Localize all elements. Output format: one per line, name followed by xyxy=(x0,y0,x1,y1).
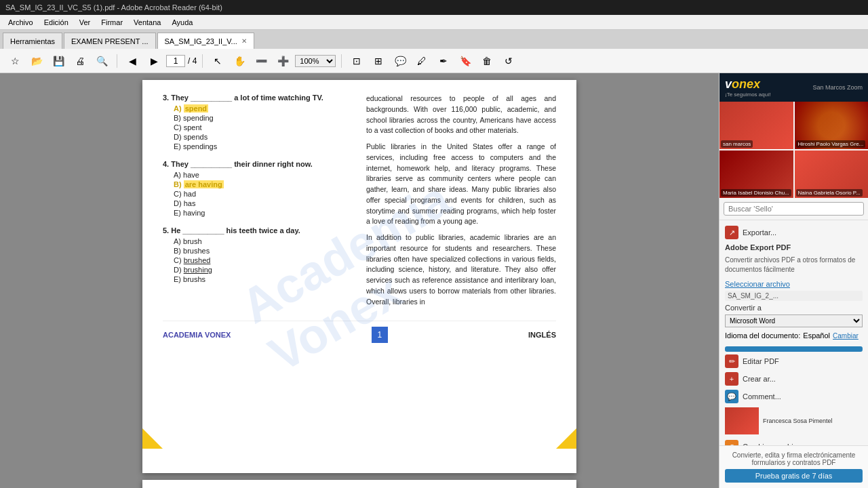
export-icon: ↗ xyxy=(725,226,738,239)
cursor-tool-btn[interactable]: ↖ xyxy=(208,52,227,70)
fit-page-btn[interactable]: ⊡ xyxy=(347,52,366,70)
q5-option-b: B) brushes xyxy=(174,247,353,255)
menu-edicion[interactable]: Edición xyxy=(39,17,74,28)
main-area: AcademiaVonex 3. They __________ a lot o… xyxy=(0,73,868,488)
pdf-content: 3. They __________ a lot of time watchin… xyxy=(163,94,556,307)
q5-option-c: C) brushed xyxy=(174,256,353,264)
q5-num: 5. He __________ his teeth twice a day. xyxy=(163,226,353,235)
pdf-area[interactable]: AcademiaVonex 3. They __________ a lot o… xyxy=(0,73,719,488)
q3-option-e: E) spendings xyxy=(174,142,353,150)
cambiar-link[interactable]: Cambiar xyxy=(833,332,859,340)
prev-page-btn[interactable]: ◀ xyxy=(123,52,142,70)
q4-option-b: B) are having xyxy=(174,180,353,188)
vonex-tagline: ¡Te seguimos aquí! xyxy=(725,92,771,98)
bottom-cta: Convierte, edita y firma electrónicament… xyxy=(719,445,868,488)
open-btn[interactable]: 📂 xyxy=(27,52,46,70)
edit-pdf-icon: ✏ xyxy=(725,354,738,368)
save-btn[interactable]: 💾 xyxy=(49,52,68,70)
adobe-panel: ↗ Exportar... Adobe Export PDF Convertir… xyxy=(719,220,868,445)
bottom-cta-text: Convierte, edita y firma electrónicament… xyxy=(725,451,863,466)
menu-firmar[interactable]: Firmar xyxy=(96,17,128,28)
create-item[interactable]: + Crear ar... xyxy=(725,372,863,386)
edit-pdf-item[interactable]: ✏ Editar PDF xyxy=(725,354,863,368)
thumb-name-5: Francesca Sosa Pimentel xyxy=(763,418,833,424)
sep3 xyxy=(341,54,342,68)
convert-to-select[interactable]: Microsoft Word Excel PowerPoint xyxy=(725,314,863,327)
page-nav: / 4 xyxy=(166,55,197,67)
q3-option-d: D) spends xyxy=(174,133,353,141)
thumb-name-1: san marcos xyxy=(721,140,753,148)
export-item[interactable]: ↗ Exportar... xyxy=(725,226,863,239)
menu-ver[interactable]: Ver xyxy=(74,17,96,28)
idioma-label: Idioma del documento: xyxy=(725,331,800,340)
pdf-page-2: Academia vonex the United States are ess… xyxy=(142,480,576,488)
menu-bar: Archivo Edición Ver Firmar Ventana Ayuda xyxy=(0,15,868,30)
create-icon: + xyxy=(725,372,738,386)
reading-column: educational resources to people of all a… xyxy=(366,94,556,307)
tab-herramientas[interactable]: Herramientas xyxy=(3,33,62,49)
comment-icon: 💬 xyxy=(725,390,738,403)
create-label: Crear ar... xyxy=(743,375,776,383)
question-4: 4. They __________ their dinner right no… xyxy=(163,160,353,217)
video-thumb-1[interactable]: san marcos xyxy=(719,102,793,149)
q4-option-a: A) have xyxy=(174,171,353,179)
bookmark-btn[interactable]: ☆ xyxy=(5,52,24,70)
tab-document[interactable]: SA_SM_IG_23_II_V... ✕ xyxy=(157,33,254,49)
adobe-panel-title: Adobe Export PDF xyxy=(725,243,863,251)
menu-archivo[interactable]: Archivo xyxy=(3,17,39,28)
zoom-label: San Marcos Zoom xyxy=(812,84,863,91)
zoom-in-btn[interactable]: ➕ xyxy=(273,52,292,70)
panel-search-input[interactable] xyxy=(724,202,864,216)
next-page-btn[interactable]: ▶ xyxy=(144,52,163,70)
q4-option-c: C) had xyxy=(174,190,353,198)
question-3: 3. They __________ a lot of time watchin… xyxy=(163,94,353,150)
q4-num: 4. They __________ their dinner right no… xyxy=(163,160,353,168)
convert-button[interactable] xyxy=(725,346,863,352)
zoom-select[interactable]: 100% 75% 125% 150% xyxy=(295,55,336,67)
combine-icon: ⊕ xyxy=(725,440,738,445)
q5-ans-d-text: brushing xyxy=(184,266,212,274)
combine-item[interactable]: ⊕ Combinar archivos xyxy=(725,440,863,445)
page-input[interactable] xyxy=(166,55,185,67)
video-thumb-2[interactable]: Hiroshi Paolo Vargas Gre... xyxy=(795,102,869,149)
refresh-btn[interactable]: ↺ xyxy=(499,52,518,70)
q3-ans-a-text: spend xyxy=(184,104,208,113)
passage-p3: In addition to public libraries, academi… xyxy=(366,232,556,307)
close-tab-icon[interactable]: ✕ xyxy=(241,37,247,45)
q3-option-b: B) spending xyxy=(174,114,353,122)
video-thumb-5-row[interactable]: Francesca Sosa Pimentel xyxy=(725,407,863,434)
comment-btn[interactable]: 💬 xyxy=(391,52,410,70)
page-separator: / 4 xyxy=(188,56,197,66)
vonex-panel-header: vonex ¡Te seguimos aquí! San Marcos Zoom xyxy=(719,73,868,102)
delete-btn[interactable]: 🗑 xyxy=(477,52,496,70)
hand-tool-btn[interactable]: ✋ xyxy=(230,52,249,70)
q3-num: 3. They __________ a lot of time watchin… xyxy=(163,94,353,102)
video-thumb-3[interactable]: Maria Isabel Dionisio Chu... xyxy=(719,150,793,198)
q5-ans-c-text: brushed xyxy=(184,256,211,264)
print-btn[interactable]: 🖨 xyxy=(71,52,90,70)
menu-ventana[interactable]: Ventana xyxy=(128,17,166,28)
export-label: Exportar... xyxy=(743,228,776,237)
tab-bar: Herramientas EXAMEN PRESENT ... SA_SM_IG… xyxy=(0,30,868,49)
q3-option-c: C) spent xyxy=(174,123,353,131)
vonex-logo-area: vonex ¡Te seguimos aquí! xyxy=(725,77,771,98)
idioma-value: Español xyxy=(803,331,830,340)
trial-button[interactable]: Prueba gratis de 7 días xyxy=(725,469,863,483)
pdf-footer: ACADEMIA VONEX 1 INGLÉS xyxy=(163,321,556,343)
comment-label: Comment... xyxy=(743,392,781,401)
footer-logo: ACADEMIA VONEX xyxy=(163,331,231,339)
tab-examen[interactable]: EXAMEN PRESENT ... xyxy=(64,33,156,49)
zoom-out-btn[interactable]: ➖ xyxy=(252,52,271,70)
stamp-btn[interactable]: 🔖 xyxy=(456,52,475,70)
search-btn[interactable]: 🔍 xyxy=(92,52,111,70)
select-file-link[interactable]: Seleccionar archivo xyxy=(725,280,863,288)
sign-btn[interactable]: ✒ xyxy=(434,52,453,70)
q5-option-a: A) brush xyxy=(174,237,353,245)
pdf-page-1: AcademiaVonex 3. They __________ a lot o… xyxy=(142,80,576,473)
highlight-btn[interactable]: 🖊 xyxy=(412,52,431,70)
panel-search-area xyxy=(719,198,868,220)
fit-width-btn[interactable]: ⊞ xyxy=(369,52,388,70)
video-thumb-4[interactable]: Naina Gabriela Osorio P... xyxy=(795,150,869,198)
menu-ayuda[interactable]: Ayuda xyxy=(166,17,198,28)
comment-item[interactable]: 💬 Comment... xyxy=(725,390,863,403)
